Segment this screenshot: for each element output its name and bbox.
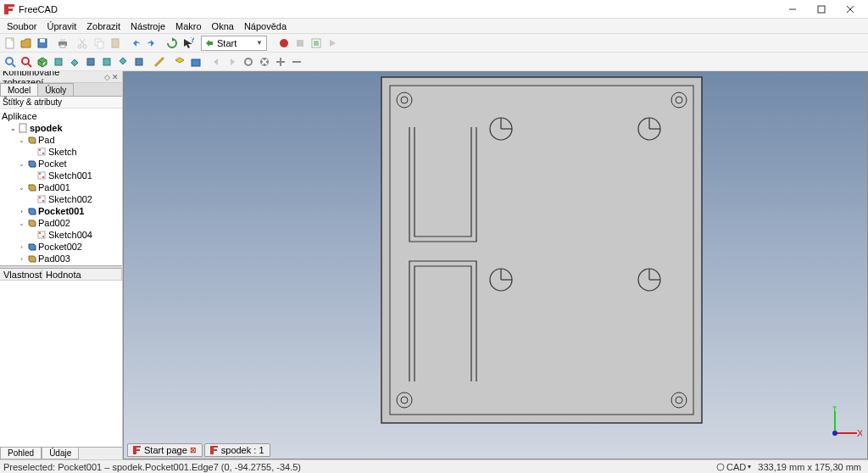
close-button[interactable] (836, 0, 865, 19)
menu-nastroje[interactable]: Nástroje (125, 21, 170, 31)
tree-item-label: Sketch (48, 147, 77, 157)
mdi-tab-startpage[interactable]: Start page ⊠ (127, 443, 203, 457)
web-reload-button[interactable] (241, 54, 256, 70)
model-tree[interactable]: Aplikace ⌄spodek⌄PadSketch⌄PocketSketch0… (0, 109, 122, 265)
tree-item[interactable]: ›Pocket001 (0, 205, 122, 217)
expand-icon[interactable]: › (17, 208, 26, 215)
refresh-button[interactable] (164, 36, 180, 51)
svg-point-53 (39, 197, 41, 198)
expand-icon[interactable]: › (17, 243, 26, 251)
menu-bar: Soubor Úpravit Zobrazit Nástroje Makro O… (0, 19, 868, 34)
menu-soubor[interactable]: Soubor (2, 21, 42, 31)
tree-item-label: Pocket002 (38, 242, 82, 252)
tab-ukoly[interactable]: Úkoly (37, 83, 74, 96)
save-button[interactable] (35, 36, 50, 51)
prop-tab-udaje[interactable]: Údaje (42, 448, 79, 459)
view-right-button[interactable] (83, 54, 98, 70)
fit-all-button[interactable] (3, 54, 18, 70)
macro-list-button[interactable] (309, 36, 324, 51)
3d-viewport[interactable]: Y X Start page ⊠ spodek : 1 (123, 71, 868, 459)
menu-okna[interactable]: Okna (207, 21, 239, 31)
expand-icon[interactable]: ⌄ (17, 160, 26, 168)
svg-point-48 (42, 153, 44, 154)
new-button[interactable] (3, 36, 18, 51)
view-rear-button[interactable] (99, 54, 114, 70)
tree-item[interactable]: Sketch002 (0, 193, 122, 205)
pad-icon (26, 253, 36, 264)
tree-item[interactable]: ⌄Pad001 (0, 181, 122, 193)
menu-napoveda[interactable]: Nápověda (239, 21, 292, 31)
workbench-selector[interactable]: Start ▼ (201, 36, 267, 51)
expand-icon[interactable]: › (17, 255, 26, 263)
svg-point-56 (39, 232, 41, 234)
macro-record-button[interactable] (276, 36, 292, 51)
menu-upravit[interactable]: Úpravit (42, 21, 81, 31)
tree-item[interactable]: ⌄Pad (0, 134, 122, 146)
view-left-button[interactable] (131, 54, 147, 70)
macro-run-button[interactable] (325, 36, 340, 51)
open-button[interactable] (19, 36, 34, 51)
window-title: FreeCAD (19, 4, 778, 14)
tree-item-label: Sketch001 (48, 170, 92, 181)
tree-item[interactable]: Sketch (0, 146, 122, 158)
paste-button[interactable] (108, 36, 123, 51)
cut-button[interactable] (75, 36, 91, 51)
svg-rect-0 (4, 4, 8, 14)
app-logo-icon (3, 3, 15, 15)
tree-item[interactable]: ⌄Pocket (0, 158, 122, 170)
svg-text:Y: Y (832, 406, 838, 413)
tab-model[interactable]: Model (0, 83, 38, 96)
whats-this-button[interactable]: ? (181, 36, 196, 51)
status-bar: Preselected: Pocket001 – spodek.Pocket00… (0, 459, 868, 473)
menu-makro[interactable]: Makro (170, 21, 207, 31)
svg-rect-49 (38, 172, 45, 179)
expand-icon[interactable]: ⌄ (8, 125, 18, 132)
dock-float-button[interactable]: ◇ (103, 73, 111, 81)
tree-item[interactable]: Sketch004 (0, 229, 122, 241)
svg-point-22 (280, 39, 288, 47)
macro-stop-button[interactable] (292, 36, 308, 51)
svg-rect-37 (192, 59, 200, 66)
view-iso-button[interactable] (35, 54, 50, 70)
minimize-button[interactable] (778, 0, 807, 19)
fit-selection-button[interactable] (19, 54, 34, 70)
svg-rect-87 (136, 449, 140, 451)
web-back-button[interactable] (209, 54, 224, 70)
web-zoomout-button[interactable] (289, 54, 304, 70)
menu-zobrazit[interactable]: Zobrazit (81, 21, 125, 31)
tree-item-label: Pocket (38, 159, 67, 169)
part-button[interactable] (172, 54, 187, 70)
mdi-tab-spodek[interactable]: spodek : 1 (204, 443, 270, 457)
view-front-button[interactable] (51, 54, 66, 70)
maximize-button[interactable] (807, 0, 836, 19)
print-button[interactable] (55, 36, 70, 51)
view-top-button[interactable] (67, 54, 82, 70)
web-zoomin-button[interactable] (273, 54, 288, 70)
dock-close-button[interactable]: ✕ (111, 73, 120, 81)
pocket-icon (26, 159, 36, 169)
prop-tab-pohled[interactable]: Pohled (0, 448, 42, 459)
svg-rect-9 (40, 39, 45, 42)
nav-style-button[interactable]: CAD ▾ (713, 462, 754, 472)
measure-button[interactable] (152, 54, 167, 70)
prop-col-name: Vlastnost (0, 269, 42, 280)
tree-item[interactable]: ›Pocket002 (0, 241, 122, 253)
tree-header: Štítky & atributy (0, 97, 122, 109)
close-tab-icon[interactable]: ⊠ (190, 446, 197, 454)
tree-item[interactable]: Sketch001 (0, 170, 122, 181)
group-button[interactable] (188, 54, 203, 70)
redo-button[interactable] (144, 36, 159, 51)
web-forward-button[interactable] (225, 54, 240, 70)
expand-icon[interactable]: ⌄ (17, 184, 26, 192)
undo-button[interactable] (128, 36, 143, 51)
tree-item[interactable]: ⌄Pad002 (0, 217, 122, 229)
workbench-label: Start (217, 38, 236, 48)
svg-rect-52 (38, 196, 45, 203)
tree-item[interactable]: ›Pad003 (0, 253, 122, 264)
web-stop-button[interactable] (257, 54, 272, 70)
copy-button[interactable] (92, 36, 107, 51)
tree-item[interactable]: ⌄spodek (0, 122, 122, 134)
view-bottom-button[interactable] (115, 54, 131, 70)
expand-icon[interactable]: ⌄ (17, 136, 26, 144)
expand-icon[interactable]: ⌄ (17, 220, 26, 227)
